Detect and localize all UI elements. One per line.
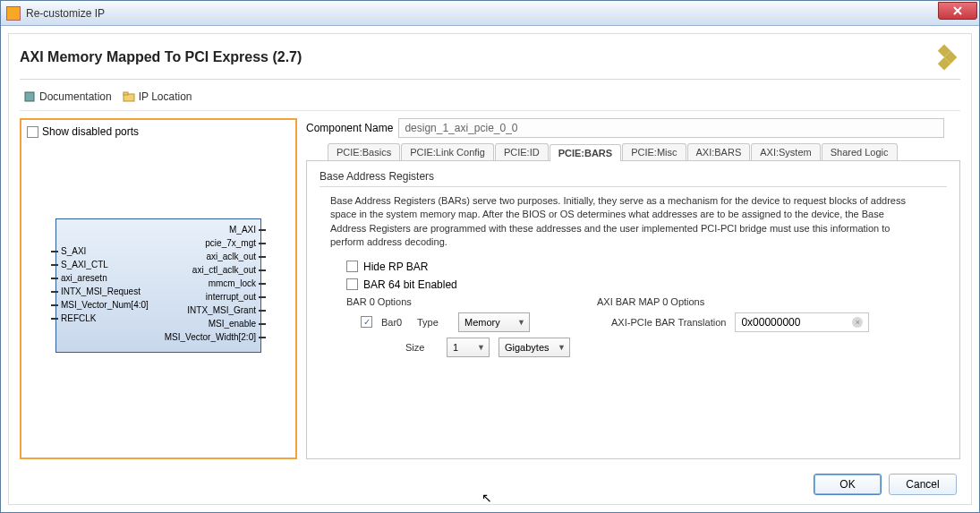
port-right: axi_ctl_aclk_out bbox=[165, 263, 266, 277]
bar-columns: BAR 0 Options Bar0 Type Memory▼ Size bbox=[320, 296, 947, 363]
port-right: interrupt_out bbox=[165, 290, 266, 304]
tab-shared-logic[interactable]: Shared Logic bbox=[822, 143, 898, 160]
bar64-checkbox[interactable] bbox=[346, 278, 358, 290]
show-disabled-checkbox[interactable] bbox=[27, 126, 38, 138]
documentation-label: Documentation bbox=[39, 90, 112, 103]
dialog-header: AXI Memory Mapped To PCI Express (2.7) bbox=[20, 41, 960, 80]
translation-value: 0x00000000 bbox=[741, 316, 800, 329]
translation-label: AXI-PCIe BAR Translation bbox=[611, 317, 726, 328]
translation-row: AXI-PCIe BAR Translation 0x00000000 × bbox=[611, 312, 869, 332]
config-panel: Component Name PCIE:Basics PCIE:Link Con… bbox=[306, 118, 960, 459]
component-name-input[interactable] bbox=[398, 118, 944, 138]
map0-group-title: AXI BAR MAP 0 Options bbox=[597, 296, 869, 307]
inner-panel: AXI Memory Mapped To PCI Express (2.7) D… bbox=[8, 33, 972, 505]
tab-axi-system[interactable]: AXI:System bbox=[751, 143, 820, 160]
titlebar: Re-customize IP bbox=[1, 1, 979, 26]
bar0-checkbox[interactable] bbox=[361, 316, 372, 328]
close-icon bbox=[953, 6, 962, 15]
hide-rp-row: Hide RP BAR bbox=[346, 261, 947, 273]
dialog-title: AXI Memory Mapped To PCI Express (2.7) bbox=[20, 49, 302, 65]
main-row: Show disabled ports S_AXI S_AXI_CTL axi_… bbox=[20, 118, 960, 459]
ip-location-label: IP Location bbox=[139, 90, 192, 103]
size-select[interactable]: 1▼ bbox=[447, 338, 490, 357]
tabs: PCIE:Basics PCIE:Link Config PCIE:ID PCI… bbox=[328, 143, 960, 160]
dialog-buttons: OK Cancel bbox=[814, 474, 957, 495]
size-unit-select[interactable]: Gigabytes▼ bbox=[499, 338, 570, 357]
port-left: REFCLK bbox=[51, 312, 149, 325]
svg-rect-5 bbox=[124, 92, 128, 95]
svg-rect-3 bbox=[25, 92, 34, 101]
port-left: MSI_Vector_Num[4:0] bbox=[51, 298, 149, 312]
show-disabled-row: Show disabled ports bbox=[27, 125, 290, 138]
bar0-label: Bar0 bbox=[381, 317, 408, 328]
folder-icon bbox=[123, 90, 135, 103]
port-right: MSI_Vector_Width[2:0] bbox=[165, 330, 266, 344]
ip-block-wrap: S_AXI S_AXI_CTL axi_aresetn INTX_MSI_Req… bbox=[27, 218, 290, 353]
bar0-size-row: Size 1▼ Gigabytes▼ bbox=[361, 338, 570, 357]
clear-icon[interactable]: × bbox=[852, 317, 863, 328]
tab-pcie-bars[interactable]: PCIE:BARS bbox=[550, 144, 622, 161]
section-description: Base Address Registers (BARs) serve two … bbox=[330, 194, 912, 250]
tab-pcie-id[interactable]: PCIE:ID bbox=[495, 143, 549, 160]
app-icon bbox=[6, 6, 21, 21]
port-right: INTX_MSI_Grant bbox=[165, 304, 266, 317]
bar0-type-row: Bar0 Type Memory▼ bbox=[361, 312, 570, 332]
translation-input[interactable]: 0x00000000 × bbox=[735, 312, 869, 332]
port-right: axi_aclk_out bbox=[165, 250, 266, 263]
component-name-label: Component Name bbox=[306, 122, 393, 134]
port-left: axi_aresetn bbox=[51, 271, 149, 285]
chevron-down-icon: ▼ bbox=[517, 318, 525, 327]
port-left: S_AXI_CTL bbox=[51, 258, 149, 271]
window-title: Re-customize IP bbox=[26, 7, 105, 20]
port-left: INTX_MSI_Request bbox=[51, 285, 149, 298]
window: Re-customize IP AXI Memory Mapped To PCI… bbox=[0, 0, 980, 513]
ok-button[interactable]: OK bbox=[814, 474, 882, 495]
port-right: M_AXI bbox=[165, 223, 266, 236]
port-left: S_AXI bbox=[51, 244, 149, 258]
cancel-button[interactable]: Cancel bbox=[889, 474, 957, 495]
show-disabled-label: Show disabled ports bbox=[42, 125, 139, 138]
book-icon bbox=[23, 90, 36, 103]
tab-body: Base Address Registers Base Address Regi… bbox=[306, 160, 960, 459]
content: AXI Memory Mapped To PCI Express (2.7) D… bbox=[1, 26, 979, 512]
bar64-row: BAR 64 bit Enabled bbox=[346, 278, 947, 291]
tab-pcie-link-config[interactable]: PCIE:Link Config bbox=[401, 143, 494, 160]
close-button[interactable] bbox=[938, 2, 977, 20]
port-right: MSI_enable bbox=[165, 317, 266, 330]
toolbar: Documentation IP Location bbox=[20, 85, 960, 111]
map0-column: AXI BAR MAP 0 Options AXI-PCIe BAR Trans… bbox=[597, 296, 869, 363]
vendor-logo-icon bbox=[928, 41, 960, 73]
chevron-down-icon: ▼ bbox=[558, 343, 566, 352]
bar64-label: BAR 64 bit Enabled bbox=[363, 278, 457, 291]
schematic-panel: Show disabled ports S_AXI S_AXI_CTL axi_… bbox=[20, 118, 297, 459]
tab-pcie-basics[interactable]: PCIE:Basics bbox=[328, 143, 400, 160]
hide-rp-checkbox[interactable] bbox=[346, 261, 358, 272]
tab-pcie-misc[interactable]: PCIE:Misc bbox=[622, 143, 686, 160]
cursor-icon: ↖ bbox=[481, 491, 492, 505]
bar0-group-title: BAR 0 Options bbox=[346, 296, 570, 307]
section-title: Base Address Registers bbox=[320, 170, 947, 187]
size-label: Size bbox=[405, 342, 438, 353]
type-select[interactable]: Memory▼ bbox=[458, 312, 530, 332]
component-name-row: Component Name bbox=[306, 118, 960, 138]
ip-location-link[interactable]: IP Location bbox=[119, 89, 196, 105]
tab-axi-bars[interactable]: AXI:BARS bbox=[687, 143, 751, 160]
hide-rp-label: Hide RP BAR bbox=[363, 261, 428, 273]
port-right: pcie_7x_mgt bbox=[165, 236, 266, 250]
ip-block: S_AXI S_AXI_CTL axi_aresetn INTX_MSI_Req… bbox=[55, 218, 261, 353]
documentation-link[interactable]: Documentation bbox=[20, 89, 115, 105]
type-label: Type bbox=[417, 317, 449, 328]
chevron-down-icon: ▼ bbox=[477, 343, 485, 352]
bar0-column: BAR 0 Options Bar0 Type Memory▼ Size bbox=[320, 296, 570, 363]
port-right: mmcm_lock bbox=[165, 277, 266, 290]
